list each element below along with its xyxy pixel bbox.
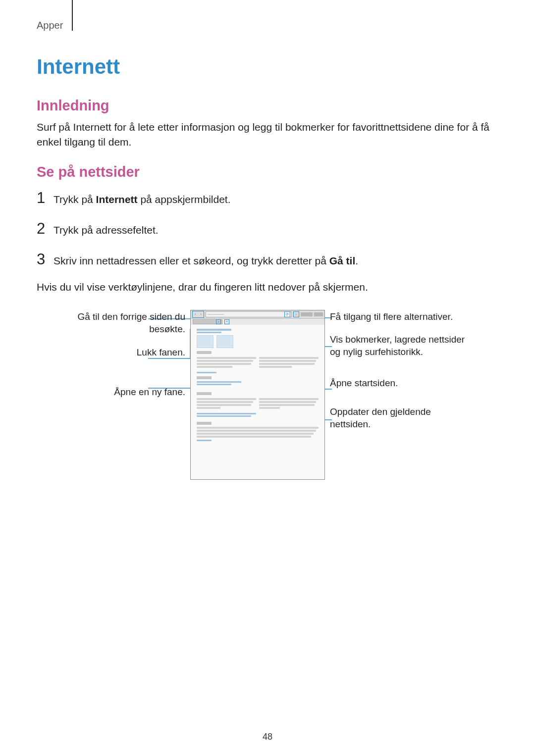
step-number: 1 [37,189,54,207]
bookmarks-button[interactable] [301,312,313,316]
step-number: 2 [37,220,54,238]
callout-more-options: Få tilgang til flere alternativer. [330,311,453,334]
refresh-button[interactable]: ⟳ [284,311,290,317]
chevron-right-icon: › [200,312,201,316]
header-rule [72,0,73,31]
step-text: Trykk på Internett på appskjermbildet. [54,194,231,205]
callouts-right: Få tilgang til flere alternativer. Vis b… [330,310,469,430]
step-number: 3 [37,251,54,268]
callout-close-tab: Lukk fanen. [137,339,185,376]
address-bar[interactable]: ▪▪▪▪▪▪▪▪▪▪▪▪▪▪▪▪ ⟳ [206,311,292,317]
nav-back-forward[interactable]: ‹ › [192,311,204,318]
intro-heading: Innledning [37,98,498,114]
header-section-label: Apper [37,20,498,31]
home-button[interactable]: ⌂ [293,311,299,317]
browser-mockup: ‹ › ▪▪▪▪▪▪▪▪▪▪▪▪▪▪▪▪ ⟳ ⌂ × + [190,310,325,480]
intro-body: Surf på Internett for å lete etter infor… [37,120,498,150]
new-tab-button[interactable]: + [224,319,229,324]
subnote: Hvis du vil vise verktøylinjene, drar du… [37,281,498,293]
callout-bookmarks: Vis bokmerker, lagrede nettsider og nyli… [330,334,469,377]
tab-bar: × + [191,319,324,325]
browser-diagram: Gå til den forrige siden du besøkte. Luk… [37,310,498,480]
browse-heading: Se på nettsider [37,164,498,180]
callout-refresh: Oppdater den gjeldende nettsiden. [330,406,469,430]
image-placeholder [216,335,233,348]
browser-toolbar: ‹ › ▪▪▪▪▪▪▪▪▪▪▪▪▪▪▪▪ ⟳ ⌂ [191,310,324,319]
step-text: Trykk på adressefeltet. [54,224,159,236]
chevron-left-icon: ‹ [195,312,196,316]
callouts-left: Gå til den forrige siden du besøkte. Luk… [66,310,185,399]
close-tab-icon[interactable]: × [216,319,221,324]
step-text: Skriv inn nettadressen eller et søkeord,… [54,255,358,267]
callout-home: Åpne startsiden. [330,377,398,406]
steps-list: 1 Trykk på Internett på appskjermbildet.… [37,189,498,268]
step-3: 3 Skriv inn nettadressen eller et søkeor… [37,251,498,268]
page-title: Internett [37,55,498,79]
callout-back: Gå til den forrige siden du besøkte. [66,311,185,339]
page-number: 48 [0,732,535,742]
image-placeholder [197,335,214,348]
step-2: 2 Trykk på adressefeltet. [37,220,498,238]
callout-new-tab: Åpne en ny fane. [114,376,185,399]
browser-tab[interactable]: × [193,319,222,324]
step-1: 1 Trykk på Internett på appskjermbildet. [37,189,498,207]
browser-content [191,325,324,479]
more-button[interactable] [314,312,323,316]
